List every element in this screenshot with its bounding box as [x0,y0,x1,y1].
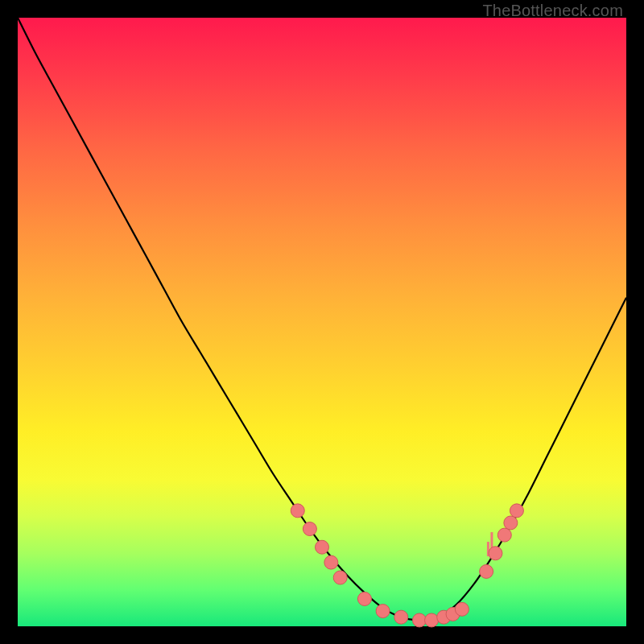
data-marker [425,613,439,627]
data-marker [412,613,426,627]
data-marker [303,522,316,536]
data-marker [333,571,347,584]
data-marker [316,540,329,554]
data-markers [291,504,523,627]
data-marker [394,610,408,624]
data-marker [455,602,469,616]
data-marker [376,605,390,618]
data-marker [504,516,518,530]
data-marker [489,547,502,560]
data-marker [324,555,338,569]
bottleneck-curve [18,18,626,620]
chart-stage: TheBottleneck.com [0,0,644,644]
data-marker [357,592,371,605]
plot-area [18,18,626,626]
data-marker [510,504,523,518]
chart-svg [18,18,626,626]
data-marker [291,504,304,518]
data-marker [497,528,511,542]
data-marker [480,564,493,578]
